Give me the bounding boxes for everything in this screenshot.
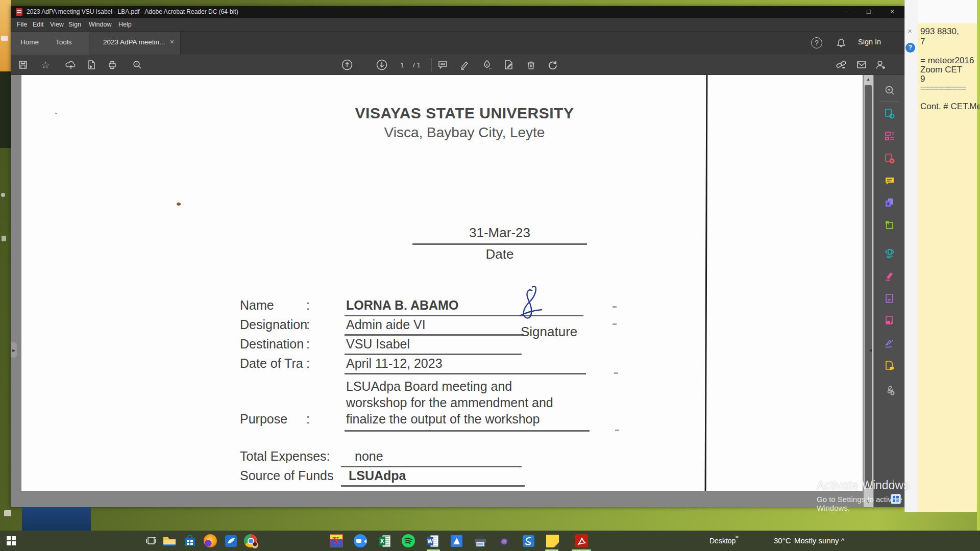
sway-app-icon[interactable] <box>521 534 535 548</box>
tab-home[interactable]: Home <box>20 38 39 46</box>
compress-pdf-icon[interactable] <box>884 315 896 327</box>
send-for-comments-icon[interactable] <box>884 360 896 372</box>
firefox-icon[interactable] <box>203 534 217 548</box>
microsoft-store-icon[interactable] <box>183 534 197 548</box>
more-tools-icon[interactable] <box>884 384 896 396</box>
pdf-xchange-icon[interactable]: X <box>329 534 344 548</box>
create-pdf-icon[interactable] <box>884 153 896 165</box>
close-button[interactable]: × <box>884 8 901 17</box>
add-user-icon[interactable] <box>875 59 887 71</box>
tab-document[interactable]: 2023 AdPA meetin... × <box>89 32 181 55</box>
save-icon[interactable] <box>17 59 29 71</box>
refresh-icon[interactable] <box>546 59 558 71</box>
highlight-tool-icon[interactable] <box>884 270 896 282</box>
tools-pane-collapse-arrow[interactable]: ◂ <box>867 342 874 358</box>
organize-pages-icon[interactable] <box>884 130 896 142</box>
left-panel-expand-arrow[interactable]: ▸ <box>11 342 17 358</box>
export-file-icon[interactable] <box>85 59 97 71</box>
maximize-button[interactable]: □ <box>860 8 877 17</box>
zoom-icon[interactable] <box>353 534 368 548</box>
window-title: 2023 AdPA meeting VSU Isabel - LBA.pdf -… <box>27 8 238 15</box>
temperature-label[interactable]: 30°C <box>774 536 791 545</box>
edit-pdf-icon[interactable] <box>503 59 515 71</box>
desktop-icon-fragment <box>1 36 8 41</box>
menu-sign[interactable]: Sign <box>68 21 81 28</box>
start-button[interactable] <box>4 534 18 548</box>
fill-sign-icon[interactable] <box>884 337 896 349</box>
menu-view[interactable]: View <box>50 21 64 28</box>
doc-address: Visca, Baybay City, Leyte <box>291 124 638 141</box>
marquee-zoom-icon[interactable] <box>884 84 896 96</box>
help-badge[interactable]: ? <box>905 43 915 53</box>
share-link-icon[interactable] <box>836 59 848 71</box>
word-icon[interactable]: W <box>425 534 439 548</box>
help-badge-glyph: ? <box>909 44 912 51</box>
sticky-notes-icon[interactable] <box>545 534 559 548</box>
doc-date-label: Date <box>412 246 587 262</box>
task-view-icon[interactable] <box>144 534 158 548</box>
chrome-icon[interactable] <box>243 534 258 548</box>
comment-icon[interactable] <box>436 59 449 71</box>
combine-files-icon[interactable] <box>884 196 896 209</box>
delete-icon[interactable] <box>525 59 537 71</box>
field-line <box>345 354 522 355</box>
background-window-peek[interactable] <box>22 507 91 531</box>
email-icon[interactable] <box>855 59 868 71</box>
spotify-icon[interactable] <box>401 534 415 548</box>
file-explorer-icon[interactable] <box>162 534 177 548</box>
star-icon[interactable]: ☆ <box>39 59 52 71</box>
bell-icon[interactable] <box>835 37 847 49</box>
print-icon[interactable] <box>106 59 118 71</box>
toolbar-chevrons[interactable]: » <box>735 533 739 540</box>
help-icon[interactable]: ? <box>811 37 822 48</box>
tools-pane: →| <box>874 75 904 507</box>
panel-close-icon[interactable]: × <box>908 27 912 35</box>
menu-file[interactable]: File <box>17 21 27 28</box>
menu-help[interactable]: Help <box>118 21 132 28</box>
scrollbar-thumb[interactable] <box>865 85 872 488</box>
field-colon: : <box>306 356 310 371</box>
excel-icon[interactable]: X <box>377 534 391 548</box>
acrobat-window: 2023 AdPA meeting VSU Isabel - LBA.pdf -… <box>11 6 904 507</box>
ime-mini-icon[interactable] <box>891 494 901 504</box>
page-number-field[interactable]: 1 <box>400 61 404 69</box>
minimize-button[interactable]: – <box>838 8 855 17</box>
snip-app-icon[interactable] <box>449 534 463 548</box>
field-label: Date of Tra <box>240 356 303 371</box>
vertical-scrollbar[interactable]: ▴ ▾ <box>864 75 873 507</box>
weather-condition-label[interactable]: Mostly sunny <box>794 536 839 545</box>
previous-page-icon[interactable] <box>341 59 353 71</box>
protect-pdf-icon[interactable] <box>884 292 896 305</box>
menu-edit[interactable]: Edit <box>33 21 44 28</box>
tab-close-icon[interactable]: × <box>170 38 174 46</box>
watermark-line2: Go to Settings to activate Windows. <box>817 495 902 512</box>
edit-pdf-tool-icon[interactable] <box>884 219 896 231</box>
printer-app-icon[interactable] <box>473 534 487 548</box>
scan-ocr-icon[interactable] <box>884 247 896 260</box>
toolbar-divider <box>431 58 432 71</box>
mail-app-icon[interactable] <box>224 534 238 548</box>
cloud-upload-icon[interactable] <box>65 59 77 71</box>
tab-tools[interactable]: Tools <box>56 38 72 46</box>
field-line <box>345 334 524 336</box>
menu-window[interactable]: Window <box>89 21 111 28</box>
next-page-icon[interactable] <box>376 59 388 71</box>
export-pdf-icon[interactable] <box>884 108 896 120</box>
search-zoom-icon[interactable] <box>131 59 143 71</box>
acrobat-reader-icon[interactable] <box>574 534 589 548</box>
sign-in-button[interactable]: Sign In <box>858 38 881 46</box>
comment-tool-icon[interactable] <box>884 175 896 187</box>
background-panel-top <box>918 0 977 23</box>
field-line <box>345 373 586 374</box>
desktop-toolbar-label[interactable]: Desktop <box>709 537 736 545</box>
camera-app-icon[interactable] <box>497 534 511 548</box>
highlighter-icon[interactable] <box>458 59 471 71</box>
pdf-page[interactable]: VISAYAS STATE UNIVERSITY Visca, Baybay C… <box>21 75 863 491</box>
background-panel-strip <box>904 0 918 512</box>
tray-expand-chevron[interactable]: ^ <box>841 537 844 544</box>
pdf-file-icon <box>16 8 22 16</box>
purpose-line: LSUAdpa Board meeting and <box>346 379 512 394</box>
scroll-up-arrow[interactable]: ▴ <box>864 76 873 82</box>
sticky-note[interactable]: 993 8830, 7 = meteor2016 Zoom CET 9 ====… <box>918 23 977 512</box>
sign-pen-icon[interactable] <box>481 59 493 71</box>
